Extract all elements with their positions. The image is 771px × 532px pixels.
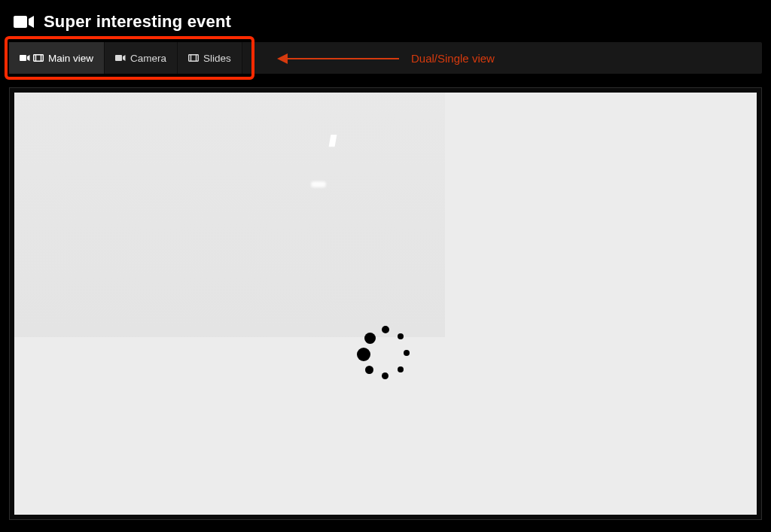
svg-rect-0 — [14, 16, 27, 28]
header: Super interesting event — [0, 0, 771, 42]
view-tabs: Main view Camera — [9, 42, 242, 74]
svg-rect-6 — [189, 55, 199, 61]
tab-label: Camera — [130, 53, 166, 64]
page-title: Super interesting event — [44, 12, 231, 32]
view-toolbar: Main view Camera — [9, 42, 762, 74]
svg-rect-5 — [115, 55, 122, 61]
video-camera-icon — [20, 54, 30, 62]
highlight-glare — [311, 181, 326, 187]
toolbar-container: Main view Camera — [0, 42, 771, 74]
svg-rect-1 — [20, 55, 26, 61]
video-player[interactable] — [14, 93, 757, 515]
slideshow-icon — [188, 54, 199, 62]
tab-main-view[interactable]: Main view — [9, 42, 105, 74]
slideshow-icon — [33, 54, 44, 62]
player-preview-region — [14, 93, 445, 337]
video-camera-icon — [115, 54, 126, 62]
tab-camera[interactable]: Camera — [105, 42, 178, 74]
svg-rect-2 — [34, 55, 44, 61]
app-root: Super interesting event — [0, 0, 771, 532]
tab-label: Main view — [48, 53, 93, 64]
tab-slides[interactable]: Slides — [178, 42, 242, 74]
loading-spinner-icon — [355, 324, 416, 385]
video-camera-icon — [14, 14, 35, 29]
tab-label: Slides — [203, 53, 231, 64]
player-frame — [9, 87, 762, 520]
